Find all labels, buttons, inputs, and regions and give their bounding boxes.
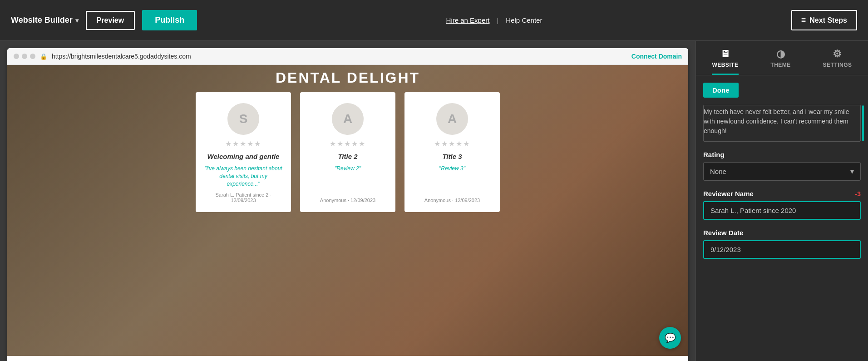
top-navigation: Website Builder ▾ Preview Publish Hire a… <box>0 0 868 41</box>
review-text-content: My teeth have never felt better, and I w… <box>704 107 860 136</box>
card-review: "I've always been hesitant about dental … <box>203 165 284 188</box>
card-title: Title 2 <box>338 153 357 160</box>
review-card: A ★★★★★ Title 2 "Review 2" Anonymous · 1… <box>300 92 395 212</box>
brand-label: Website Builder <box>11 15 73 25</box>
preview-button[interactable]: Preview <box>86 11 135 30</box>
panel-tabs: 🖥 WEBSITE ◑ THEME ⚙ SETTINGS <box>696 41 868 75</box>
canvas-area: 🔒 https://brightsmilesdentalcare5.godadd… <box>0 41 695 361</box>
next-steps-label: Next Steps <box>809 16 847 25</box>
tab-website[interactable]: 🖥 WEBSITE <box>712 48 738 75</box>
done-button[interactable]: Done <box>703 83 739 98</box>
theme-tab-icon: ◑ <box>776 48 785 60</box>
dot-yellow <box>22 54 27 59</box>
rating-chevron-icon: ▾ <box>850 167 854 176</box>
avatar: A <box>332 103 364 135</box>
reviewer-name-input[interactable] <box>703 201 861 220</box>
review-cards-container: S ★★★★★ Welcoming and gentle "I've alway… <box>187 92 509 212</box>
rating-label: Rating <box>703 151 861 158</box>
main-content: 🔒 https://brightsmilesdentalcare5.godadd… <box>0 41 868 361</box>
star-rating: ★★★★★ <box>330 139 366 148</box>
publish-button[interactable]: Publish <box>142 10 197 30</box>
panel-content: Done My teeth have never felt better, an… <box>696 75 868 361</box>
card-review: "Review 3" <box>439 165 465 173</box>
tab-theme[interactable]: ◑ THEME <box>770 48 791 75</box>
browser-url: https://brightsmilesdentalcare5.godaddys… <box>52 53 623 60</box>
help-center-link[interactable]: Help Center <box>506 16 542 24</box>
dental-title: DENTAL DELIGHT <box>276 69 420 86</box>
theme-tab-label: THEME <box>770 62 791 68</box>
website-content: DENTAL DELIGHT S ★★★★★ Welcoming and gen… <box>7 65 688 356</box>
card-author: Anonymous · 12/09/2023 <box>424 198 480 203</box>
reviewer-name-label-row: Reviewer Name -3 <box>703 190 861 198</box>
connect-domain-link[interactable]: Connect Domain <box>631 53 682 60</box>
website-tab-label: WEBSITE <box>712 62 738 68</box>
review-card: S ★★★★★ Welcoming and gentle "I've alway… <box>196 92 291 212</box>
nav-divider: | <box>497 16 498 24</box>
hire-expert-link[interactable]: Hire an Expert <box>446 16 490 24</box>
rating-value: None <box>710 168 726 175</box>
avatar: S <box>227 103 259 135</box>
brand-chevron-icon: ▾ <box>75 17 79 24</box>
next-steps-icon: ≡ <box>801 15 806 25</box>
dot-red <box>14 54 19 59</box>
review-date-input[interactable] <box>703 240 861 259</box>
website-tab-icon: 🖥 <box>720 48 730 60</box>
browser-chrome: 🔒 https://brightsmilesdentalcare5.godadd… <box>7 48 688 361</box>
settings-tab-label: SETTINGS <box>823 62 852 68</box>
card-author: Sarah L. Patient since 2 · 12/09/2023 <box>203 192 284 203</box>
review-card: A ★★★★★ Title 3 "Review 3" Anonymous · 1… <box>404 92 500 212</box>
next-steps-button[interactable]: ≡ Next Steps <box>791 10 857 30</box>
card-review: "Review 2" <box>335 165 361 173</box>
browser-bar: 🔒 https://brightsmilesdentalcare5.godadd… <box>7 48 688 65</box>
card-title: Welcoming and gentle <box>207 153 280 160</box>
card-author: Anonymous · 12/09/2023 <box>320 198 375 203</box>
star-rating: ★★★★★ <box>225 139 261 148</box>
scroll-indicator <box>862 105 864 141</box>
chat-bubble-button[interactable]: 💬 <box>659 327 681 349</box>
browser-dots <box>14 54 35 59</box>
star-rating: ★★★★★ <box>434 139 470 148</box>
card-title: Title 3 <box>442 153 462 160</box>
reviewer-name-label: Reviewer Name <box>703 190 754 198</box>
rating-select[interactable]: None ▾ <box>703 162 861 181</box>
lock-icon: 🔒 <box>40 53 47 60</box>
review-date-label: Review Date <box>703 229 861 237</box>
tab-settings[interactable]: ⚙ SETTINGS <box>823 48 852 75</box>
review-text-display: My teeth have never felt better, and I w… <box>703 105 861 142</box>
settings-tab-icon: ⚙ <box>833 48 842 60</box>
nav-center: Hire an Expert | Help Center <box>204 16 784 24</box>
chat-icon: 💬 <box>665 332 676 343</box>
brand-dropdown[interactable]: Website Builder ▾ <box>11 15 79 25</box>
reviewer-name-error: -3 <box>855 190 861 198</box>
right-panel: 🖥 WEBSITE ◑ THEME ⚙ SETTINGS Done My tee… <box>695 41 868 361</box>
avatar: A <box>436 103 468 135</box>
dot-green <box>30 54 35 59</box>
